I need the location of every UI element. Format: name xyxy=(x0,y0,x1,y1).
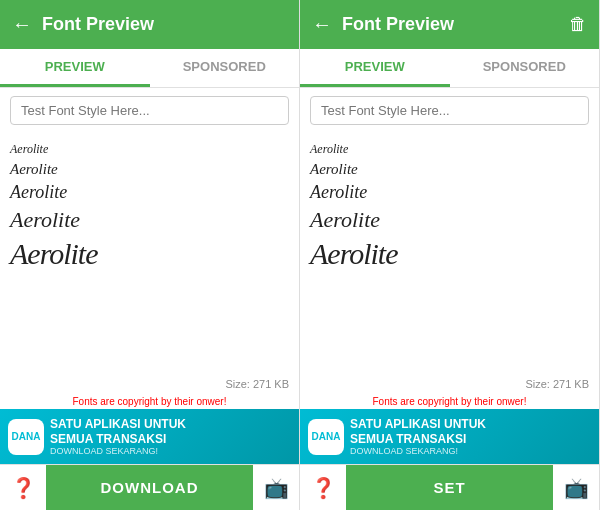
list-item: Aerolite xyxy=(10,206,289,234)
ad-main-right: SATU APLIKASI UNTUK xyxy=(350,417,591,431)
right-bottom-bar: ❓ SET 📺 xyxy=(300,464,599,510)
right-font-list: Aerolite Aerolite Aerolite Aerolite Aero… xyxy=(300,133,599,374)
ad-text-right: SATU APLIKASI UNTUK SEMUA TRANSAKSI DOWN… xyxy=(350,417,591,456)
tab-sponsored-right[interactable]: SPONSORED xyxy=(450,49,600,87)
list-item: Aerolite xyxy=(10,141,289,158)
left-ad-banner[interactable]: DANA SATU APLIKASI UNTUK SEMUA TRANSAKSI… xyxy=(0,409,299,464)
ad-sub-left: SEMUA TRANSAKSI xyxy=(50,432,291,446)
search-input-left[interactable] xyxy=(10,96,289,125)
left-tabs: PREVIEW SPONSORED xyxy=(0,49,299,88)
right-header-title: Font Preview xyxy=(342,14,569,35)
right-ad-banner[interactable]: DANA SATU APLIKASI UNTUK SEMUA TRANSAKSI… xyxy=(300,409,599,464)
left-size-info: Size: 271 KB xyxy=(0,374,299,394)
tv-icon-left[interactable]: 📺 xyxy=(253,465,299,511)
right-size-info: Size: 271 KB xyxy=(300,374,599,394)
ad-text-left: SATU APLIKASI UNTUK SEMUA TRANSAKSI DOWN… xyxy=(50,417,291,456)
trash-icon[interactable]: 🗑 xyxy=(569,14,587,35)
right-copyright: Fonts are copyright by their onwer! xyxy=(300,394,599,409)
tab-preview-right[interactable]: PREVIEW xyxy=(300,49,450,87)
tv-icon-right[interactable]: 📺 xyxy=(553,465,599,511)
ad-logo-left: DANA xyxy=(8,419,44,455)
right-tabs: PREVIEW SPONSORED xyxy=(300,49,599,88)
ad-main-left: SATU APLIKASI UNTUK xyxy=(50,417,291,431)
tab-preview-left[interactable]: PREVIEW xyxy=(0,49,150,87)
list-item: Aerolite xyxy=(310,236,589,272)
search-input-right[interactable] xyxy=(310,96,589,125)
right-header: ← Font Preview 🗑 xyxy=(300,0,599,49)
left-copyright: Fonts are copyright by their onwer! xyxy=(0,394,299,409)
list-item: Aerolite xyxy=(10,160,289,179)
list-item: Aerolite xyxy=(10,236,289,272)
back-button-right[interactable]: ← xyxy=(312,13,332,36)
left-bottom-bar: ❓ DOWNLOAD 📺 xyxy=(0,464,299,510)
left-header-title: Font Preview xyxy=(42,14,287,35)
list-item: Aerolite xyxy=(310,181,589,204)
help-icon-right[interactable]: ❓ xyxy=(300,465,346,511)
right-search-bar xyxy=(300,88,599,133)
list-item: Aerolite xyxy=(10,181,289,204)
ad-dl-right: DOWNLOAD SEKARANG! xyxy=(350,446,591,456)
left-font-list: Aerolite Aerolite Aerolite Aerolite Aero… xyxy=(0,133,299,374)
download-button[interactable]: DOWNLOAD xyxy=(46,465,253,510)
left-search-bar xyxy=(0,88,299,133)
left-panel: ← Font Preview PREVIEW SPONSORED Aerolit… xyxy=(0,0,300,510)
left-header: ← Font Preview xyxy=(0,0,299,49)
ad-sub-right: SEMUA TRANSAKSI xyxy=(350,432,591,446)
ad-dl-left: DOWNLOAD SEKARANG! xyxy=(50,446,291,456)
back-button-left[interactable]: ← xyxy=(12,13,32,36)
tab-sponsored-left[interactable]: SPONSORED xyxy=(150,49,300,87)
right-panel: ← Font Preview 🗑 PREVIEW SPONSORED Aerol… xyxy=(300,0,600,510)
list-item: Aerolite xyxy=(310,206,589,234)
list-item: Aerolite xyxy=(310,160,589,179)
ad-logo-right: DANA xyxy=(308,419,344,455)
list-item: Aerolite xyxy=(310,141,589,158)
help-icon-left[interactable]: ❓ xyxy=(0,465,46,511)
set-button[interactable]: SET xyxy=(346,465,553,510)
